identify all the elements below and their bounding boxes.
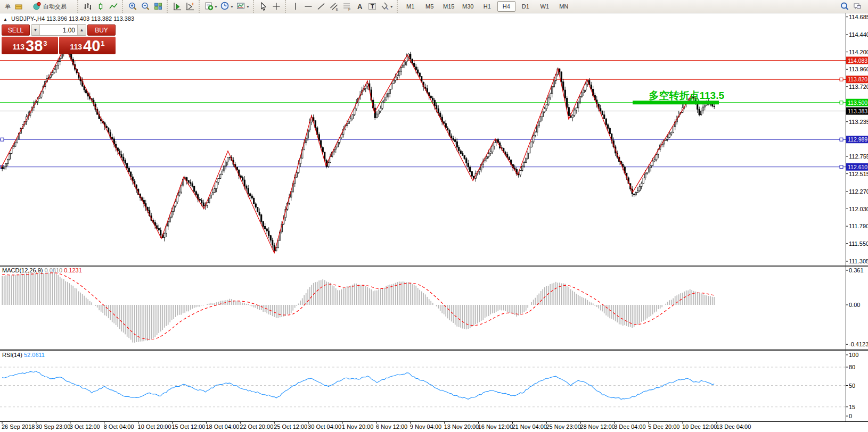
chart-background [0,13,868,432]
shapes-button[interactable]: ▼ [379,1,394,12]
chart-canvas[interactable]: 多空转折点113.5MACD(12,26,9) 0.0810 0.1231RSI… [0,0,868,432]
toolbar-group-scroll: + [167,0,199,13]
svg-text:13 Nov 20:00: 13 Nov 20:00 [444,423,479,430]
svg-text:16 Nov 12:00: 16 Nov 12:00 [478,423,513,430]
periods-button[interactable]: ▼ [219,1,234,12]
bar-chart-icon[interactable] [82,1,94,12]
timeframe-H1[interactable]: H1 [478,1,496,12]
svg-text:22 Oct 20:00: 22 Oct 20:00 [240,423,273,430]
svg-text:113.500: 113.500 [848,99,867,106]
zoom-in-icon[interactable] [127,1,138,12]
timeframe-D1[interactable]: D1 [517,1,535,12]
svg-text:F: F [348,7,350,11]
svg-text:30 Oct 04:00: 30 Oct 04:00 [308,423,341,430]
svg-text:0.361: 0.361 [849,267,864,273]
auto-scroll-icon[interactable] [171,1,183,12]
line-handle[interactable] [840,78,843,81]
sell-button[interactable]: SELL [2,24,30,36]
crosshair-icon[interactable] [271,1,282,12]
svg-text:3 Oct 12:00: 3 Oct 12:00 [70,423,100,430]
new-order-label[interactable]: 单 [5,3,11,11]
shapes-icon [380,1,389,12]
svg-text:8 Oct 04:00: 8 Oct 04:00 [104,423,134,430]
line-chart-icon[interactable] [108,1,119,12]
line-handle[interactable] [840,138,843,141]
volume-decrease-button[interactable]: ▼ [31,25,40,35]
svg-text:15 Oct 12:00: 15 Oct 12:00 [172,423,206,430]
channel-icon[interactable]: E [328,1,340,12]
chat-icon[interactable] [851,1,863,12]
auto-trading-button[interactable]: 自动交易 [26,1,75,12]
buy-button[interactable]: BUY [87,24,116,36]
trend-line-icon[interactable] [315,1,327,12]
new-chart-button[interactable]: ▼ [203,1,218,12]
rsi-label: RSI(14) 52.0611 [2,352,45,358]
timeframe-H4[interactable]: H4 [497,1,515,12]
auto-trading-icon [32,1,42,12]
horizontal-line-icon[interactable] [302,1,314,12]
line-handle[interactable] [840,165,843,169]
macd-label: MACD(12,26,9) 0.0810 0.1231 [2,267,82,273]
volume-input[interactable] [40,25,77,35]
line-handle[interactable] [840,101,843,104]
templates-button[interactable]: ▼ [235,1,250,12]
svg-text:6 Nov 12:00: 6 Nov 12:00 [376,423,407,430]
svg-text:50: 50 [849,383,855,389]
tile-windows-icon[interactable] [152,1,164,12]
annotation-text: 多空转折点113.5 [649,90,725,101]
fibonacci-icon[interactable]: F [341,1,353,12]
timeframe-M1[interactable]: M1 [402,1,420,12]
annotation-trend-bar[interactable] [633,101,719,104]
toolbar-right [838,1,868,12]
svg-text:111.790: 111.790 [849,223,868,229]
metaeditor-icon[interactable] [13,1,24,12]
svg-text:80: 80 [849,364,855,370]
vertical-line-icon[interactable] [290,1,301,12]
svg-text:25 Nov 23:00: 25 Nov 23:00 [546,423,580,430]
svg-text:18 Oct 04:00: 18 Oct 04:00 [206,423,239,430]
svg-text:26 Sep 2018: 26 Sep 2018 [2,423,35,430]
timeframe-M5[interactable]: M5 [421,1,439,12]
label-tool-icon[interactable]: T [366,1,378,12]
svg-text:21 Nov 04:00: 21 Nov 04:00 [512,423,547,430]
svg-text:15: 15 [849,404,855,410]
timeframe-M15[interactable]: M15 [440,1,458,12]
svg-text:113.720: 113.720 [849,84,868,90]
chart-shift-icon[interactable]: + [184,1,196,12]
new-chart-icon [204,1,214,12]
svg-text:-0.4123: -0.4123 [849,341,868,347]
svg-text:+: + [192,2,194,7]
text-tool-icon[interactable]: A [354,1,365,12]
svg-text:13 Dec 04:00: 13 Dec 04:00 [716,423,751,430]
svg-text:1 Nov 20:00: 1 Nov 20:00 [342,423,373,430]
svg-text:114.440: 114.440 [849,31,868,38]
svg-text:E: E [335,7,338,11]
timeframe-M30[interactable]: M30 [459,1,477,12]
svg-text:100: 100 [849,352,858,358]
search-icon[interactable] [839,1,850,12]
price-axis[interactable] [846,13,868,422]
volume-stepper: ▼ ▲ [31,24,86,36]
svg-text:113.235: 113.235 [849,119,868,125]
svg-text:5 Dec 20:00: 5 Dec 20:00 [648,423,679,430]
toolbar-group-trade: 单 自动交易 [0,0,77,13]
sell-price[interactable]: 113383 [2,37,58,54]
svg-text:28 Nov 12:00: 28 Nov 12:00 [580,423,615,430]
line-handle[interactable] [1,138,4,141]
timeframe-MN[interactable]: MN [555,1,573,12]
candle-chart-icon[interactable] [95,1,107,12]
symbol-title: USDJPY-,H4 [11,15,45,22]
buy-price[interactable]: 113401 [59,37,116,54]
zoom-out-icon[interactable] [140,1,151,12]
collapse-triangle-icon[interactable]: ▲ [3,17,7,22]
svg-text:113.960: 113.960 [849,66,868,72]
svg-text:112.270: 112.270 [849,188,868,195]
volume-increase-button[interactable]: ▲ [77,25,86,35]
svg-text:112.515: 112.515 [849,171,868,177]
svg-text:114.685: 114.685 [849,14,868,20]
svg-text:112.755: 112.755 [849,153,868,160]
timeframe-W1[interactable]: W1 [536,1,554,12]
cursor-icon[interactable] [258,1,269,12]
svg-text:113.383: 113.383 [848,108,867,114]
svg-text:3 Dec 04:00: 3 Dec 04:00 [614,423,645,430]
